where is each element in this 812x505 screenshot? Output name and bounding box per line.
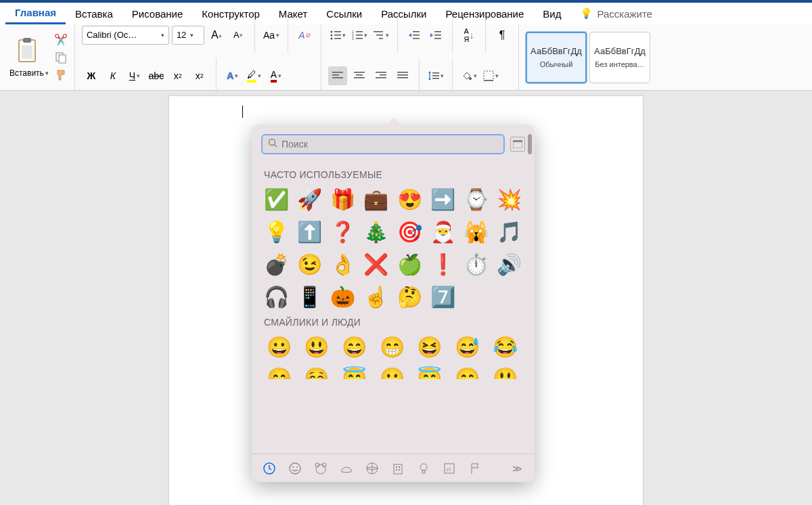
copy-button[interactable] <box>54 51 68 64</box>
emoji-item[interactable]: 😀 <box>267 334 291 359</box>
emoji-item[interactable]: 😇 <box>418 366 442 379</box>
category-smileys[interactable] <box>287 460 303 477</box>
multilevel-list-button[interactable]: ▾ <box>371 26 390 45</box>
emoji-item[interactable]: 💼 <box>364 187 388 211</box>
emoji-item[interactable]: 💥 <box>497 187 522 211</box>
category-activity[interactable] <box>364 460 380 477</box>
emoji-item[interactable]: ⌚ <box>464 187 489 211</box>
emoji-item[interactable]: 7️⃣ <box>430 284 455 309</box>
shading-button[interactable]: ▾ <box>459 66 478 85</box>
superscript-button[interactable]: x2 <box>190 66 209 85</box>
align-right-button[interactable] <box>371 66 390 85</box>
line-spacing-button[interactable]: ▾ <box>426 66 445 85</box>
tell-me[interactable]: 💡 Расскажите <box>570 3 662 24</box>
paste-button[interactable]: Вставить▾ <box>7 35 51 81</box>
text-effects-button[interactable]: A▾ <box>223 66 242 85</box>
justify-button[interactable] <box>393 66 412 85</box>
category-food[interactable] <box>338 460 355 477</box>
emoji-item[interactable]: ☝️ <box>364 284 388 309</box>
bold-button[interactable]: Ж <box>82 66 101 85</box>
highlight-button[interactable]: 🖊▾ <box>245 66 264 85</box>
category-flags[interactable] <box>467 460 483 477</box>
format-painter-button[interactable] <box>54 68 68 82</box>
flag-icon <box>468 462 482 475</box>
emoji-item[interactable]: 😁 <box>380 334 404 359</box>
emoji-item[interactable]: 😃 <box>493 366 517 379</box>
emoji-item[interactable]: 👌 <box>331 252 355 276</box>
emoji-item[interactable]: ❓ <box>331 219 355 244</box>
emoji-item[interactable]: ✅ <box>264 187 288 211</box>
emoji-item[interactable]: 😉 <box>297 252 321 276</box>
emoji-item[interactable]: 😊 <box>267 366 291 379</box>
category-symbols[interactable]: ♪! <box>441 460 457 477</box>
underline-button[interactable]: Ч▾ <box>125 66 144 85</box>
increase-indent-button[interactable] <box>426 26 445 45</box>
grow-font-button[interactable]: A▴ <box>207 26 226 45</box>
emoji-item[interactable]: ☺️ <box>304 366 329 379</box>
emoji-item[interactable]: 😆 <box>418 334 442 359</box>
scrollbar[interactable] <box>528 134 532 154</box>
tab-home[interactable]: Главная <box>5 3 66 24</box>
change-case-button[interactable]: Aa▾ <box>262 26 281 45</box>
tab-view[interactable]: Вид <box>533 4 570 24</box>
emoji-item[interactable]: 😄 <box>455 366 480 379</box>
sort-button[interactable]: AЯ↓ <box>459 26 478 45</box>
numbering-button[interactable]: 123▾ <box>350 26 369 45</box>
strikethrough-button[interactable]: abc <box>147 66 166 85</box>
subscript-button[interactable]: x2 <box>168 66 187 85</box>
emoji-item[interactable]: 🎅 <box>430 219 455 244</box>
emoji-item[interactable]: 🙀 <box>464 219 489 244</box>
category-more[interactable]: ≫ <box>509 460 525 477</box>
emoji-item[interactable]: 😅 <box>455 334 480 359</box>
font-size-select[interactable]: 12▾ <box>172 26 204 45</box>
style-no-spacing[interactable]: АаБбВвГгДд Без интерва… <box>589 32 650 83</box>
expand-picker-button[interactable] <box>510 137 525 152</box>
emoji-item[interactable]: 🙂 <box>380 366 404 379</box>
emoji-item[interactable]: 🍏 <box>397 252 422 276</box>
borders-button[interactable]: ▾ <box>481 66 500 85</box>
emoji-item[interactable]: ⬆️ <box>297 219 321 244</box>
emoji-item[interactable]: ❗ <box>430 252 455 276</box>
emoji-item[interactable]: 🎵 <box>497 219 522 244</box>
emoji-item[interactable]: ➡️ <box>430 187 455 211</box>
emoji-item[interactable]: 🎁 <box>331 187 355 211</box>
decrease-indent-button[interactable] <box>405 26 424 45</box>
emoji-item[interactable]: 🎄 <box>364 219 388 244</box>
bullets-button[interactable]: ▾ <box>328 26 347 45</box>
emoji-item[interactable]: 💡 <box>264 219 288 244</box>
cut-button[interactable]: ✂️ <box>54 33 68 47</box>
font-color-button[interactable]: A▾ <box>267 66 286 85</box>
emoji-item[interactable]: 😇 <box>342 366 366 379</box>
indent-icon <box>430 30 441 40</box>
clear-formatting-button[interactable]: A⊘ <box>295 26 314 45</box>
emoji-item[interactable]: 🎃 <box>331 284 355 309</box>
emoji-item[interactable]: 🎧 <box>264 284 288 309</box>
emoji-scroll[interactable]: ЧАСТО ИСПОЛЬЗУЕМЫЕ ✅🚀🎁💼😍➡️⌚💥💡⬆️❓🎄🎯🎅🙀🎵💣😉👌… <box>252 161 535 454</box>
shrink-font-button[interactable]: A▾ <box>229 26 248 45</box>
frequently-used-grid: ✅🚀🎁💼😍➡️⌚💥💡⬆️❓🎄🎯🎅🙀🎵💣😉👌❌🍏❗⏱️🔊🎧📱🎃☝️🤔7️⃣ <box>264 187 522 309</box>
emoji-item[interactable]: 😂 <box>493 334 517 359</box>
font-family-select[interactable]: Calibri (Ос…▾ <box>82 26 169 45</box>
emoji-item[interactable]: ⏱️ <box>464 252 489 276</box>
emoji-item[interactable]: 🤔 <box>397 284 422 309</box>
emoji-item[interactable]: 🔊 <box>497 252 522 276</box>
align-center-button[interactable] <box>350 66 369 85</box>
emoji-search-box[interactable] <box>261 134 505 154</box>
emoji-item[interactable]: 🚀 <box>297 187 321 211</box>
emoji-item[interactable]: 😄 <box>342 334 366 359</box>
emoji-search-input[interactable] <box>281 139 498 150</box>
italic-button[interactable]: К <box>104 66 122 85</box>
emoji-item[interactable]: 🎯 <box>397 219 422 244</box>
emoji-item[interactable]: 😃 <box>304 334 329 359</box>
emoji-item[interactable]: ❌ <box>364 252 388 276</box>
emoji-item[interactable]: 💣 <box>264 252 288 276</box>
category-animals[interactable] <box>313 460 329 477</box>
emoji-item[interactable]: 📱 <box>297 284 321 309</box>
category-recent[interactable] <box>261 460 277 477</box>
align-left-button[interactable] <box>328 66 347 85</box>
style-normal[interactable]: АаБбВвГгДд Обычный <box>526 32 587 83</box>
category-travel[interactable] <box>390 460 406 477</box>
category-objects[interactable] <box>415 460 432 477</box>
show-marks-button[interactable]: ¶ <box>493 26 512 45</box>
emoji-item[interactable]: 😍 <box>397 187 422 211</box>
